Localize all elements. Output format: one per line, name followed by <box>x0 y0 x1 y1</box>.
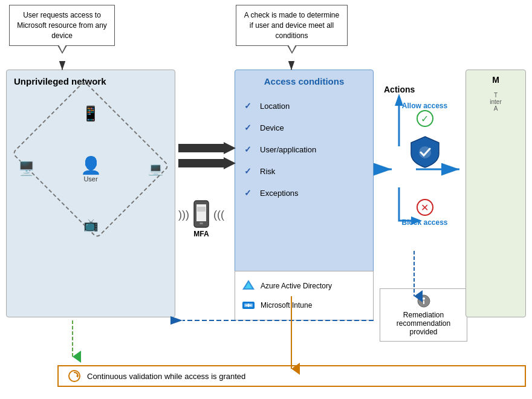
exceptions-label: Exceptions <box>260 189 299 198</box>
device-label: Device <box>260 123 284 132</box>
action-allow: Allow access ✓ <box>384 102 465 129</box>
device-desktop: 🖥️ <box>18 161 34 177</box>
condition-device: ✓ Device <box>244 117 364 138</box>
access-conditions-title: Access conditions <box>235 70 373 90</box>
validation-text: Continuous validation while access is gr… <box>87 372 245 381</box>
network-diagram: 📱 🖥️ 💻 📺 👤 User <box>18 102 163 235</box>
callout-left: User requests access to Microsoft resour… <box>9 5 115 46</box>
check-user-app: ✓ <box>244 144 254 154</box>
svg-marker-24 <box>224 157 236 169</box>
microsoft-title: M <box>466 70 525 89</box>
aad-row: Azure Active Directory <box>241 276 367 296</box>
block-x-icon: ✕ <box>417 199 433 216</box>
allow-label: Allow access <box>384 102 465 110</box>
check-risk: ✓ <box>244 166 254 176</box>
location-label: Location <box>260 102 290 111</box>
intune-label: Microsoft Intune <box>261 301 312 310</box>
conditions-list: ✓ Location ✓ Device ✓ User/application ✓… <box>235 90 373 209</box>
mfa-label: MFA <box>178 230 224 238</box>
intune-row: Microsoft Intune <box>241 296 367 315</box>
actions-panel: Actions Allow access ✓ ✕ Block access <box>384 85 465 227</box>
actions-title: Actions <box>384 85 465 94</box>
svg-marker-9 <box>76 374 78 378</box>
callout-mid: A check is made to determine if user and… <box>236 5 348 46</box>
mfa-phone-icon <box>192 199 211 230</box>
svg-rect-7 <box>423 300 424 304</box>
user-label: User <box>80 175 102 183</box>
condition-user-app: ✓ User/application <box>244 138 364 160</box>
wifi-left-icon: ))) <box>178 209 189 221</box>
action-block: ✕ Block access <box>384 199 465 227</box>
check-location: ✓ <box>244 101 254 111</box>
tablet-icon: 📺 <box>83 218 99 232</box>
risk-label: Risk <box>260 167 275 176</box>
device-tablet: 📺 <box>83 218 99 232</box>
intune-icon <box>241 298 256 313</box>
refresh-icon <box>68 369 81 383</box>
user-center: 👤 User <box>80 155 102 183</box>
condition-exceptions: ✓ Exceptions <box>244 182 364 204</box>
allow-check-icon: ✓ <box>417 110 433 127</box>
panel-unprivileged: Unprivileged network 📱 🖥️ 💻 📺 👤 <box>6 70 175 317</box>
svg-rect-12 <box>199 222 203 224</box>
condition-risk: ✓ Risk <box>244 160 364 182</box>
svg-marker-23 <box>224 142 236 154</box>
callout-left-text: User requests access to Microsoft resour… <box>17 11 107 40</box>
remediation-icon <box>417 294 431 308</box>
check-exceptions: ✓ <box>244 188 254 198</box>
aad-label: Azure Active Directory <box>261 282 332 290</box>
check-device: ✓ <box>244 123 254 132</box>
microsoft-subtitle: TinterA <box>466 89 525 114</box>
remediation-box: Remediation recommendation provided <box>380 288 467 342</box>
bottom-info-panel: Azure Active Directory Microsoft Intune <box>235 271 374 320</box>
panel-access-conditions: Access conditions ✓ Location ✓ Device ✓ … <box>235 70 374 293</box>
shield-icon <box>410 135 440 169</box>
shield-row <box>384 135 465 169</box>
svg-rect-13 <box>197 207 206 212</box>
device-laptop: 💻 <box>148 161 163 176</box>
mfa-row: ))) ((( <box>178 199 224 230</box>
condition-location: ✓ Location <box>244 95 364 117</box>
remediation-text: Remediation recommendation provided <box>397 311 450 336</box>
mobile-icon: 📱 <box>82 105 100 122</box>
desktop-icon: 🖥️ <box>18 161 34 176</box>
mfa-section: ))) ((( MFA <box>178 199 224 238</box>
user-app-label: User/application <box>260 145 316 154</box>
laptop-icon: 💻 <box>148 162 163 175</box>
validation-bar: Continuous validation while access is gr… <box>57 365 526 387</box>
device-mobile: 📱 <box>82 105 100 122</box>
svg-point-6 <box>423 297 425 300</box>
aad-icon <box>241 279 256 293</box>
callout-mid-text: A check is made to determine if user and… <box>244 11 339 40</box>
wifi-right-icon: ((( <box>213 209 224 221</box>
user-icon: 👤 <box>80 155 102 175</box>
panel-microsoft: M TinterA <box>465 70 526 317</box>
diagram-container: User requests access to Microsoft resour… <box>0 0 532 399</box>
block-label: Block access <box>384 218 465 227</box>
